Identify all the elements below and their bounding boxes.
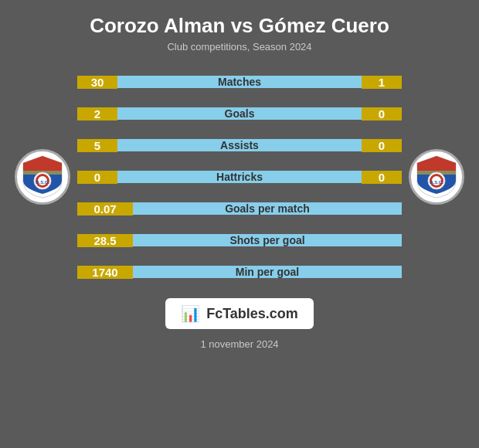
stat-right-value: 0 bbox=[362, 139, 402, 152]
page-subtitle: Club competitions, Season 2024 bbox=[8, 41, 471, 53]
stat-right-value: 0 bbox=[362, 107, 402, 120]
page-title: Corozo Alman vs Gómez Cuero bbox=[8, 14, 471, 38]
stat-row: 5 Assists 0 bbox=[77, 131, 402, 159]
stat-right-value: 1 bbox=[362, 76, 402, 89]
stats-block: 30 Matches 1 2 Goals 0 5 Assists 0 0 Hat… bbox=[77, 68, 402, 286]
stat-left-value: 0.07 bbox=[77, 202, 133, 216]
stat-label: Goals bbox=[117, 107, 362, 120]
team-logo-left: B.S.C. bbox=[8, 149, 77, 205]
stat-row-single: 0.07 Goals per match bbox=[77, 195, 402, 222]
stat-row: 30 Matches 1 bbox=[77, 68, 402, 96]
stat-label: Matches bbox=[117, 76, 362, 88]
stat-left-value: 1740 bbox=[77, 266, 133, 279]
stat-left-value: 28.5 bbox=[77, 234, 133, 247]
logo-circle-right: B.S.C. bbox=[409, 149, 464, 205]
fctables-logo: 📊 FcTables.com bbox=[165, 298, 314, 329]
bsc-logo-left: B.S.C. bbox=[19, 154, 66, 200]
stat-label: Assists bbox=[117, 139, 362, 151]
stat-left-value: 30 bbox=[77, 76, 117, 89]
stat-label: Min per goal bbox=[133, 266, 402, 278]
stat-row-single: 28.5 Shots per goal bbox=[77, 226, 402, 254]
svg-text:B.S.C.: B.S.C. bbox=[36, 180, 49, 185]
fctables-text: FcTables.com bbox=[206, 306, 298, 322]
svg-text:B.S.C.: B.S.C. bbox=[430, 180, 443, 185]
bsc-logo-right: B.S.C. bbox=[413, 154, 460, 200]
stat-label: Goals per match bbox=[133, 202, 402, 215]
footer-date: 1 november 2024 bbox=[200, 338, 278, 350]
stat-label: Hattricks bbox=[117, 171, 362, 183]
header: Corozo Alman vs Gómez Cuero Club competi… bbox=[0, 0, 479, 60]
fctables-icon: 📊 bbox=[181, 304, 200, 323]
team-logo-right: B.S.C. bbox=[402, 149, 471, 205]
stat-left-value: 0 bbox=[77, 171, 117, 184]
stat-left-value: 5 bbox=[77, 139, 117, 152]
logo-circle-left: B.S.C. bbox=[15, 149, 70, 205]
main-content: B.S.C. 30 Matches 1 2 Goals 0 5 Assists … bbox=[0, 60, 479, 286]
stat-label: Shots per goal bbox=[133, 234, 402, 246]
stat-left-value: 2 bbox=[77, 107, 117, 120]
stat-row: 2 Goals 0 bbox=[77, 100, 402, 127]
full-area: B.S.C. 30 Matches 1 2 Goals 0 5 Assists … bbox=[0, 60, 479, 358]
stat-row: 0 Hattricks 0 bbox=[77, 163, 402, 191]
stat-row-single: 1740 Min per goal bbox=[77, 258, 402, 286]
stat-right-value: 0 bbox=[362, 171, 402, 184]
